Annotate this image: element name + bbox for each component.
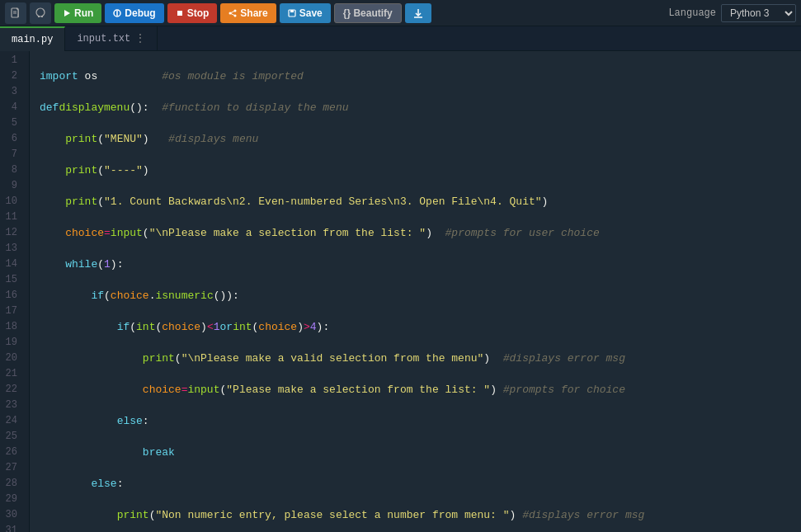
line-num-4: 4	[0, 100, 24, 115]
code-line-13: break	[40, 445, 801, 460]
svg-marker-6	[64, 10, 70, 16]
svg-rect-4	[38, 16, 40, 17]
code-line-7: while(1):	[40, 257, 801, 272]
line-num-13: 13	[0, 241, 24, 257]
tab-main-py-label: main.py	[12, 34, 53, 45]
line-num-26: 26	[0, 445, 24, 460]
line-num-29: 29	[0, 492, 24, 507]
skull-icon-btn[interactable]	[30, 2, 51, 24]
line-num-12: 12	[0, 225, 24, 241]
save-button[interactable]: Save	[280, 3, 331, 23]
line-num-18: 18	[0, 319, 24, 335]
share-icon	[229, 9, 237, 17]
code-line-4: print("----")	[40, 162, 801, 178]
language-section: Language Python 3 Python 2 JavaScript	[668, 4, 796, 22]
line-num-23: 23	[0, 398, 24, 413]
language-select[interactable]: Python 3 Python 2 JavaScript	[721, 4, 796, 22]
tab-main-py[interactable]: main.py	[0, 26, 65, 51]
debug-icon	[113, 9, 121, 17]
line-num-11: 11	[0, 210, 24, 225]
toolbar: Run Debug Stop Share Save {} Beautify La…	[0, 0, 801, 26]
language-label: Language	[668, 7, 716, 19]
tab-more-icon[interactable]: ⋮	[135, 32, 145, 45]
skull-icon	[35, 7, 46, 19]
line-num-14: 14	[0, 257, 24, 272]
line-num-22: 22	[0, 382, 24, 398]
share-button[interactable]: Share	[220, 3, 276, 23]
stop-icon	[176, 9, 184, 17]
line-num-24: 24	[0, 413, 24, 429]
code-line-5: print("1. Count Backwards\n2. Even-numbe…	[40, 194, 801, 210]
line-num-27: 27	[0, 460, 24, 476]
line-num-15: 15	[0, 272, 24, 288]
code-content[interactable]: import os #os module is imported def dis…	[30, 51, 801, 532]
svg-rect-9	[177, 11, 182, 16]
download-icon	[413, 8, 423, 18]
line-num-20: 20	[0, 351, 24, 366]
tabs-bar: main.py input.txt ⋮	[0, 26, 801, 51]
download-button[interactable]	[405, 3, 431, 23]
stop-button[interactable]: Stop	[167, 3, 218, 23]
tab-input-txt-label: input.txt	[77, 33, 130, 45]
line-num-5: 5	[0, 115, 24, 131]
tab-input-txt[interactable]: input.txt ⋮	[65, 26, 158, 51]
line-num-9: 9	[0, 178, 24, 194]
save-icon	[288, 9, 296, 17]
line-num-17: 17	[0, 304, 24, 319]
code-line-1: import os #os module is imported	[40, 68, 801, 84]
line-num-19: 19	[0, 335, 24, 351]
code-line-12: else:	[40, 413, 801, 429]
run-button[interactable]: Run	[54, 3, 101, 23]
code-line-6: choice = input("\nPlease make a selectio…	[40, 225, 801, 241]
code-editor: 1 2 3 4 5 6 7 8 9 10 11 12 13 14 15 16 1…	[0, 51, 801, 532]
line-num-31: 31	[0, 523, 24, 532]
code-line-15: print("Non numeric entry, please select …	[40, 507, 801, 523]
line-num-2: 2	[0, 68, 24, 84]
svg-line-13	[230, 11, 235, 13]
line-numbers: 1 2 3 4 5 6 7 8 9 10 11 12 13 14 15 16 1…	[0, 51, 30, 532]
line-num-28: 28	[0, 476, 24, 492]
line-num-6: 6	[0, 131, 24, 147]
code-line-10: print("\nPlease make a valid selection f…	[40, 351, 801, 366]
run-icon	[63, 9, 71, 17]
code-line-8: if(choice.isnumeric()):	[40, 288, 801, 304]
code-line-2: def displaymenu(): #function to display …	[40, 100, 801, 115]
line-num-8: 8	[0, 162, 24, 178]
line-num-10: 10	[0, 194, 24, 210]
file-icon-btn[interactable]	[5, 2, 26, 24]
line-num-25: 25	[0, 429, 24, 445]
svg-rect-16	[290, 10, 294, 12]
beautify-button[interactable]: {} Beautify	[334, 3, 402, 23]
file-icon	[10, 7, 21, 19]
code-line-14: else:	[40, 476, 801, 492]
line-num-7: 7	[0, 147, 24, 162]
debug-button[interactable]: Debug	[105, 3, 163, 23]
svg-line-14	[230, 13, 235, 16]
line-num-1: 1	[0, 53, 24, 68]
svg-rect-5	[41, 16, 43, 17]
line-num-16: 16	[0, 288, 24, 304]
code-line-11: choice = input("Please make a selection …	[40, 382, 801, 398]
svg-point-3	[36, 8, 45, 16]
line-num-3: 3	[0, 84, 24, 100]
code-line-3: print("MENU") #displays menu	[40, 131, 801, 147]
code-line-9: if(int(choice) < 1 or int(choice) > 4):	[40, 319, 801, 335]
line-num-21: 21	[0, 366, 24, 382]
line-num-30: 30	[0, 507, 24, 523]
